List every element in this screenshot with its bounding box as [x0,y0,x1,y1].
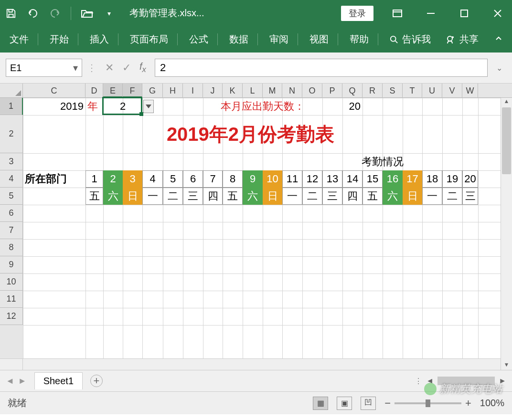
col-header-G[interactable]: G [142,84,163,97]
accept-formula-icon[interactable]: ✓ [122,62,131,74]
scroll-down-icon[interactable]: ▼ [501,361,512,370]
cells-area[interactable]: 2019年2本月应出勤天数：202019年2月份考勤表考勤情况所在部门1五2六3… [23,98,512,358]
cell-day-num-12[interactable]: 12 [302,170,322,188]
ribbon-display-icon[interactable] [388,4,407,23]
cell-year-label[interactable]: 年 [85,98,103,115]
tab-view[interactable]: 视图 [309,33,338,46]
tab-help[interactable]: 帮助 [350,33,378,46]
fx-icon[interactable]: fx [139,61,146,74]
cell-day-wk-16[interactable]: 六 [383,188,403,205]
tab-page-layout[interactable]: 页面布局 [130,33,178,46]
tell-me-search[interactable]: 告诉我 [390,33,431,46]
undo-icon[interactable] [27,7,39,20]
cell-dept-header[interactable]: 所在部门 [23,170,85,188]
cell-day-wk-2[interactable]: 六 [103,188,123,205]
zoom-level[interactable]: 100% [480,398,504,409]
cell-day-num-17[interactable]: 17 [403,170,422,188]
cell-day-wk-14[interactable]: 四 [342,188,363,205]
sheet-tab-1[interactable]: Sheet1 [34,372,83,389]
view-page-layout-icon[interactable]: ▣ [337,397,352,410]
tab-file[interactable]: 文件 [10,33,38,46]
cell-year-value[interactable]: 2019 [23,98,85,115]
collapse-ribbon-icon[interactable] [495,34,502,45]
cell-day-num-10[interactable]: 10 [263,170,282,188]
tab-home[interactable]: 开始 [50,33,78,46]
cancel-formula-icon[interactable]: ✕ [105,62,114,74]
save-icon[interactable] [5,7,17,20]
view-page-break-icon[interactable]: 凹 [361,397,376,410]
cell-workdays-label[interactable]: 本月应出勤天数： [203,98,322,115]
vertical-scrollbar[interactable]: ▲ ▼ [501,98,512,370]
cell-day-num-6[interactable]: 6 [183,170,203,188]
formula-bar[interactable]: 2 [155,59,488,77]
cell-day-num-15[interactable]: 15 [363,170,383,188]
col-header-Q[interactable]: Q [342,84,363,97]
cell-day-num-3[interactable]: 3 [123,170,142,188]
cell-day-wk-8[interactable]: 五 [223,188,243,205]
expand-formula-bar-icon[interactable]: ⌄ [492,63,506,73]
row-header-12[interactable]: 12 [0,308,23,325]
cell-day-wk-19[interactable]: 二 [442,188,462,205]
row-header-2[interactable]: 2 [0,115,23,153]
qat-customize-icon[interactable]: ▾ [103,7,115,20]
col-header-K[interactable]: K [223,84,243,97]
cell-month-value[interactable]: 2 [103,98,142,115]
close-icon[interactable] [488,4,507,23]
row-header-3[interactable]: 3 [0,153,23,170]
col-header-O[interactable]: O [302,84,322,97]
hscroll-left-icon[interactable]: ◄ [426,377,434,385]
add-sheet-button[interactable]: + [90,375,103,387]
cell-day-wk-9[interactable]: 六 [243,188,263,205]
scroll-up-icon[interactable]: ▲ [501,98,512,106]
cell-day-wk-3[interactable]: 日 [123,188,142,205]
cell-day-num-7[interactable]: 7 [203,170,223,188]
cell-day-wk-15[interactable]: 五 [363,188,383,205]
row-header-8[interactable]: 8 [0,239,23,256]
cell-day-wk-4[interactable]: 一 [142,188,163,205]
tab-nav-next-icon[interactable]: ► [18,376,27,386]
cell-day-wk-10[interactable]: 日 [263,188,282,205]
month-dropdown-button[interactable] [143,100,154,113]
maximize-icon[interactable] [455,4,474,23]
col-header-E[interactable]: E [103,84,123,97]
cell-day-num-4[interactable]: 4 [142,170,163,188]
hscroll-right-icon[interactable]: ► [499,377,506,385]
zoom-out-icon[interactable]: − [384,397,391,410]
col-header-W[interactable]: W [462,84,478,97]
col-header-L[interactable]: L [243,84,263,97]
row-header-4[interactable]: 4 [0,170,23,188]
cell-day-num-11[interactable]: 11 [282,170,302,188]
cell-day-num-14[interactable]: 14 [342,170,363,188]
col-header-H[interactable]: H [163,84,183,97]
col-header-S[interactable]: S [383,84,403,97]
name-box[interactable]: E1 ▾ [6,59,82,77]
col-header-P[interactable]: P [322,84,342,97]
zoom-in-icon[interactable]: + [465,397,471,410]
row-header-5[interactable]: 5 [0,188,23,205]
share-button[interactable]: 共享 [446,33,479,46]
col-header-I[interactable]: I [183,84,203,97]
cell-day-wk-13[interactable]: 三 [322,188,342,205]
row-header-7[interactable]: 7 [0,222,23,239]
minimize-icon[interactable] [421,4,440,23]
col-header-V[interactable]: V [442,84,462,97]
cell-day-num-20[interactable]: 20 [462,170,478,188]
col-header-U[interactable]: U [422,84,442,97]
cell-day-num-18[interactable]: 18 [422,170,442,188]
row-header-6[interactable]: 6 [0,205,23,222]
row-header-1[interactable]: 1 [0,98,23,115]
col-header-F[interactable]: F [123,84,142,97]
tab-data[interactable]: 数据 [229,33,258,46]
cell-day-num-13[interactable]: 13 [322,170,342,188]
col-header-T[interactable]: T [403,84,422,97]
tab-review[interactable]: 审阅 [269,33,298,46]
tab-insert[interactable]: 插入 [90,33,118,46]
zoom-slider[interactable]: − + [384,397,471,410]
row-header-11[interactable]: 11 [0,291,23,308]
cell-day-wk-12[interactable]: 二 [302,188,322,205]
view-normal-icon[interactable]: ▦ [313,397,328,410]
cell-day-wk-20[interactable]: 三 [462,188,478,205]
open-icon[interactable] [81,7,93,20]
login-button[interactable]: 登录 [341,6,373,21]
col-header-C[interactable]: C [23,84,85,97]
